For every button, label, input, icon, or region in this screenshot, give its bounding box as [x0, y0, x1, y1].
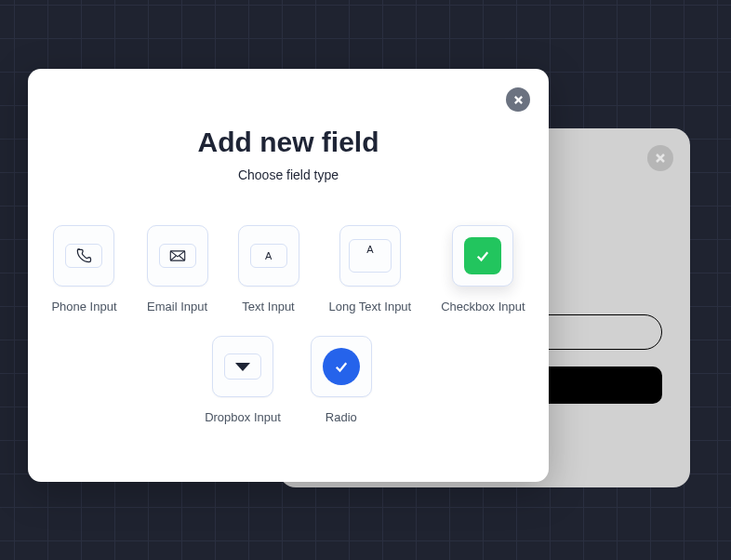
phone-inner: [65, 244, 102, 268]
checkbox-badge: [464, 237, 501, 274]
checkbox-tile: [452, 225, 513, 287]
longtext-inner: A: [349, 239, 392, 273]
text-label: Text Input: [242, 300, 294, 313]
field-type-row-2: Dropbox Input Radio: [28, 336, 549, 424]
radio-label: Radio: [326, 410, 357, 424]
email-label: Email Input: [147, 300, 207, 313]
field-type-dropbox[interactable]: Dropbox Input: [205, 336, 281, 424]
longtext-tile: A: [339, 225, 401, 287]
caret-down-icon: [235, 363, 250, 371]
email-tile: [147, 225, 208, 287]
close-icon: [655, 153, 666, 164]
check-icon: [474, 247, 491, 264]
radio-tile: [311, 336, 372, 397]
field-type-row-1: Phone Input Email Input A Text: [28, 225, 549, 313]
add-field-modal: Add new field Choose field type Phone In…: [28, 69, 549, 482]
dropbox-inner: [224, 353, 261, 380]
modal-subtitle: Choose field type: [28, 167, 549, 182]
checkbox-label: Checkbox Input: [441, 300, 525, 313]
dropbox-tile: [212, 336, 273, 397]
text-tile: A: [238, 225, 299, 287]
field-type-text[interactable]: A Text Input: [238, 225, 299, 313]
field-type-email[interactable]: Email Input: [147, 225, 208, 313]
background-close-button[interactable]: [647, 145, 673, 171]
mail-icon: [169, 250, 186, 261]
modal-title: Add new field: [28, 127, 549, 158]
field-type-phone[interactable]: Phone Input: [51, 225, 116, 313]
dropbox-label: Dropbox Input: [205, 410, 281, 424]
modal-close-button[interactable]: [506, 87, 530, 112]
phone-icon: [74, 247, 93, 265]
phone-tile: [53, 225, 114, 287]
text-letter: A: [265, 250, 272, 261]
longtext-letter: A: [366, 244, 373, 255]
field-type-longtext[interactable]: A Long Text Input: [329, 225, 412, 313]
phone-label: Phone Input: [51, 300, 116, 313]
radio-badge: [323, 348, 360, 385]
field-type-checkbox[interactable]: Checkbox Input: [441, 225, 525, 313]
field-type-radio[interactable]: Radio: [311, 336, 372, 424]
longtext-label: Long Text Input: [329, 300, 412, 313]
check-icon: [333, 358, 350, 375]
text-inner: A: [250, 244, 287, 268]
close-icon: [513, 95, 524, 105]
email-inner: [159, 244, 196, 268]
